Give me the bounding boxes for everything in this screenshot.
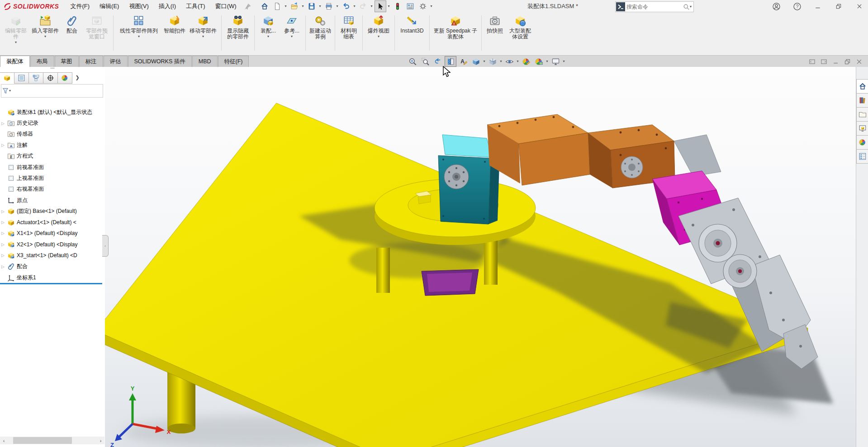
3d-scene[interactable]: Y X Z bbox=[105, 67, 856, 447]
close-doc-button[interactable] bbox=[855, 57, 863, 66]
expand-arrow-icon[interactable]: ▷ bbox=[0, 121, 7, 126]
tab-装配体[interactable]: 装配体 bbox=[0, 56, 30, 67]
open-document-flyout-caret[interactable]: ▾ bbox=[301, 5, 305, 8]
scroll-right-icon[interactable]: › bbox=[97, 438, 104, 443]
search-caret-icon[interactable]: ▾ bbox=[690, 5, 692, 9]
rebuild-button[interactable] bbox=[392, 0, 403, 12]
rollback-bar[interactable] bbox=[0, 283, 102, 284]
expand-arrow-icon[interactable]: ▷ bbox=[0, 253, 7, 258]
apply-scene-caret[interactable]: ▾ bbox=[545, 60, 549, 63]
options-button[interactable] bbox=[417, 0, 429, 12]
tree-item[interactable]: 右视基准面 bbox=[0, 184, 102, 195]
zoom-to-area-button[interactable] bbox=[419, 56, 431, 67]
account-icon[interactable] bbox=[770, 1, 782, 12]
expand-arrow-icon[interactable]: ▷ bbox=[0, 143, 7, 147]
menu-编辑[interactable]: 编辑(E) bbox=[95, 0, 124, 13]
tab-草图[interactable]: 草图 bbox=[55, 56, 79, 67]
tree-item[interactable]: ▷ X2<1> (Default) <Display bbox=[0, 239, 102, 250]
tab-SOLIDWORKS 插件[interactable]: SOLIDWORKS 插件 bbox=[128, 56, 192, 67]
ribbon-move-component-button[interactable]: 移动零部件▾ bbox=[188, 14, 218, 38]
taskpane-home-button[interactable] bbox=[856, 79, 868, 94]
tab-评估[interactable]: 评估 bbox=[104, 56, 128, 67]
tree-item[interactable]: ▷ Actuator1<1> (Default) < bbox=[0, 217, 102, 228]
ribbon-speedpak-button[interactable]: ! 更新 Speedpak 子装配体 bbox=[433, 14, 478, 40]
collapse-left-button[interactable] bbox=[808, 57, 816, 66]
ribbon-mate-button[interactable]: 配合 bbox=[63, 14, 81, 34]
panel-tab-featuremanager-design-tree[interactable] bbox=[0, 72, 14, 84]
ribbon-assembly-features-button[interactable]: 装配...▾ bbox=[258, 14, 279, 38]
tab-MBD[interactable]: MBD bbox=[192, 56, 218, 67]
ribbon-snapshot-button[interactable]: 拍快照 bbox=[485, 14, 505, 34]
tree-item[interactable]: ▷ 配合 bbox=[0, 261, 102, 272]
new-document-flyout-caret[interactable]: ▾ bbox=[284, 5, 288, 8]
undo-button[interactable] bbox=[340, 0, 352, 12]
tree-item[interactable]: 上视基准面 bbox=[0, 173, 102, 184]
save-button[interactable] bbox=[306, 0, 318, 12]
minimize-doc-button[interactable] bbox=[831, 57, 840, 66]
menu-工具[interactable]: 工具(T) bbox=[181, 0, 210, 13]
tree-item[interactable]: 原点 bbox=[0, 195, 102, 206]
pin-icon[interactable] bbox=[244, 3, 251, 10]
view-settings-caret[interactable]: ▾ bbox=[562, 60, 566, 63]
ribbon-bill-of-materials-button[interactable]: 材料明细表 bbox=[338, 14, 359, 40]
undo-flyout-caret[interactable]: ▾ bbox=[352, 5, 357, 8]
view-settings-button[interactable] bbox=[550, 56, 561, 67]
tree-item[interactable]: 坐标系1 bbox=[0, 272, 102, 283]
home-button[interactable] bbox=[259, 0, 270, 12]
ribbon-show-hidden-components-button[interactable]: 显示隐藏的零部件 bbox=[225, 14, 251, 40]
menu-插入[interactable]: 插入(I) bbox=[154, 0, 181, 13]
restore-doc-button[interactable] bbox=[843, 57, 851, 66]
dynamic-annotation-views-button[interactable]: A bbox=[457, 56, 469, 67]
print-flyout-caret[interactable]: ▾ bbox=[335, 5, 340, 8]
ribbon-instant3d-button[interactable]: Instant3D bbox=[398, 14, 426, 34]
tree-item[interactable]: ▷ (固定) Base<1> (Default) bbox=[0, 206, 102, 217]
tree-item[interactable]: 传感器 bbox=[0, 129, 102, 140]
view-orientation-caret[interactable]: ▾ bbox=[482, 60, 486, 63]
panel-tab-displaymanager[interactable] bbox=[57, 72, 72, 84]
taskpane-design-library-button[interactable] bbox=[856, 93, 868, 108]
menu-文件[interactable]: 文件(F) bbox=[65, 0, 95, 13]
tree-item[interactable]: ▷ 历史记录 bbox=[0, 118, 102, 128]
collapse-right-button[interactable] bbox=[820, 57, 828, 66]
scroll-track[interactable] bbox=[8, 437, 97, 444]
filter-funnel-icon[interactable] bbox=[2, 87, 9, 94]
close-button[interactable] bbox=[854, 1, 865, 12]
taskpane-custom-properties-button[interactable] bbox=[856, 149, 868, 164]
select-arrow-flyout-caret[interactable]: ▾ bbox=[387, 5, 391, 8]
tree-item[interactable]: 装配体1 (默认) <默认_显示状态 bbox=[0, 107, 102, 118]
zoom-to-fit-button[interactable] bbox=[407, 56, 418, 67]
redo-button[interactable] bbox=[357, 0, 369, 12]
edit-component-flyout-caret[interactable]: ▾ bbox=[15, 41, 17, 44]
ribbon-insert-component-button[interactable]: 插入零部件▾ bbox=[30, 14, 60, 38]
hide-show-items-caret[interactable]: ▾ bbox=[516, 60, 520, 63]
tree-item[interactable]: ▷ A 注解 bbox=[0, 140, 102, 151]
linear-pattern-flyout-caret[interactable]: ▾ bbox=[138, 35, 140, 38]
ribbon-motion-study-button[interactable]: 新建运动算例 bbox=[309, 14, 332, 40]
restore-button[interactable] bbox=[833, 1, 844, 12]
ribbon-linear-pattern-button[interactable]: 线性零部件阵列▾ bbox=[117, 14, 161, 38]
section-view-button[interactable] bbox=[445, 56, 456, 67]
ribbon-large-assembly-settings-button[interactable]: 大型装配体设置 bbox=[508, 14, 533, 40]
robot-shoulder-orange[interactable] bbox=[487, 114, 675, 188]
menu-窗口[interactable]: 窗口(W) bbox=[210, 0, 242, 13]
previous-view-button[interactable] bbox=[432, 56, 444, 67]
tree-filter-input[interactable] bbox=[11, 86, 102, 95]
view-orientation-button[interactable] bbox=[470, 56, 482, 67]
print-button[interactable] bbox=[323, 0, 335, 12]
expand-arrow-icon[interactable]: ▷ bbox=[0, 231, 7, 235]
open-document-button[interactable] bbox=[289, 0, 300, 12]
tree-item[interactable]: ▷ X3_start<1> (Default) <D bbox=[0, 250, 102, 261]
redo-flyout-caret[interactable]: ▾ bbox=[370, 5, 374, 8]
help-icon[interactable]: ? bbox=[791, 1, 803, 12]
command-search[interactable]: ▾ bbox=[615, 1, 694, 12]
expand-arrow-icon[interactable]: ▷ bbox=[0, 242, 7, 247]
panel-grip[interactable]: ••• bbox=[0, 67, 105, 71]
save-flyout-caret[interactable]: ▾ bbox=[318, 5, 323, 8]
expand-arrow-icon[interactable]: ▷ bbox=[0, 220, 7, 225]
tree-item[interactable]: Σ 方程式 bbox=[0, 151, 102, 162]
panel-horizontal-scrollbar[interactable]: ‹ › bbox=[0, 437, 104, 444]
reference-geometry-flyout-caret[interactable]: ▾ bbox=[291, 35, 293, 38]
new-document-button[interactable] bbox=[271, 0, 283, 12]
edit-appearance-button[interactable] bbox=[520, 56, 532, 67]
search-input[interactable] bbox=[626, 3, 683, 10]
